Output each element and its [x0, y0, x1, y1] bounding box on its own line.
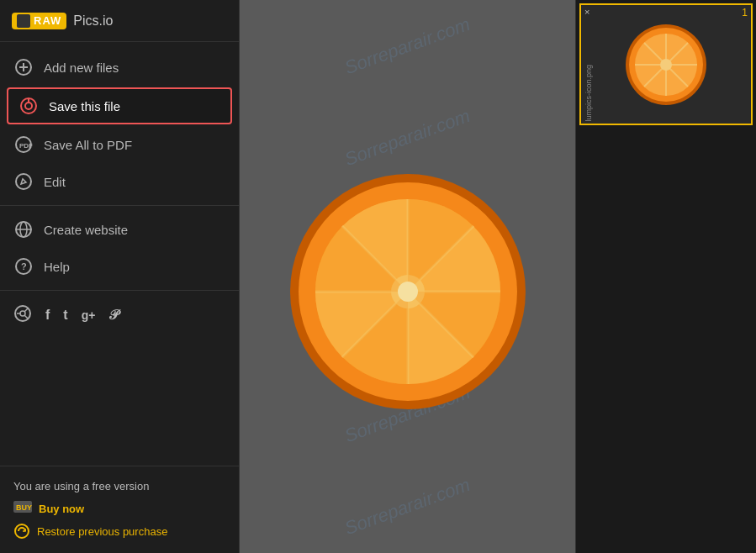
thumbnail-orange-svg — [624, 23, 708, 107]
googleplus-icon[interactable]: g+ — [82, 308, 96, 322]
orange-illustration — [286, 170, 530, 417]
thumbnail-filename: lumpics-icon.png — [584, 65, 593, 122]
sidebar-item-edit[interactable]: Edit — [0, 163, 239, 200]
sidebar-item-save-file[interactable]: Save this file — [7, 87, 232, 124]
orange-svg — [286, 170, 530, 413]
svg-text:?: ? — [21, 261, 27, 271]
social-row: f t g+ 𝒫 — [0, 296, 239, 334]
watermark-2: Sorreparair.com — [341, 105, 473, 171]
watermark-1: Sorreparair.com — [341, 13, 473, 79]
free-version-text: You are using a free version — [13, 480, 225, 492]
add-files-label: Add new files — [44, 61, 119, 75]
create-website-label: Create website — [44, 223, 128, 237]
buy-now-label: Buy now — [39, 503, 84, 515]
svg-line-17 — [24, 315, 28, 319]
sidebar-menu: Add new files Save this file — [0, 42, 239, 466]
save-pdf-label: Save All to PDF — [44, 138, 132, 152]
save-file-label: Save this file — [49, 99, 120, 113]
svg-point-21 — [15, 524, 29, 538]
sidebar-footer: You are using a free version BUY Buy now… — [0, 466, 239, 553]
buy-now-button[interactable]: BUY Buy now — [13, 501, 225, 516]
thumbnail-number: 1 — [742, 7, 748, 18]
sidebar-item-create-website[interactable]: Create website — [0, 211, 239, 248]
thumbnail-close-button[interactable]: × — [584, 7, 589, 17]
sidebar-item-add-files[interactable]: Add new files — [0, 49, 239, 86]
svg-point-30 — [398, 282, 418, 302]
svg-point-4 — [25, 103, 32, 109]
edit-icon — [13, 171, 34, 192]
right-panel: × 1 lumpics-icon.png — [575, 0, 756, 553]
pdf-icon: PDF — [13, 134, 34, 155]
sidebar-item-save-pdf[interactable]: PDF Save All to PDF — [0, 126, 239, 163]
main-content-area: Sorreparair.com Sorreparair.com Sorrepar… — [240, 0, 575, 553]
plus-circle-icon — [13, 57, 34, 77]
menu-divider-1 — [0, 205, 239, 206]
svg-text:BUY: BUY — [16, 503, 32, 512]
thumbnail-area: × 1 lumpics-icon.png — [579, 3, 753, 125]
svg-text:PDF: PDF — [19, 142, 33, 150]
edit-label: Edit — [44, 175, 66, 189]
logo-film-icon — [17, 14, 30, 28]
svg-line-16 — [24, 308, 28, 312]
tumblr-icon[interactable]: t — [63, 308, 67, 323]
svg-point-8 — [16, 174, 31, 189]
globe-icon — [13, 219, 34, 240]
help-label: Help — [44, 260, 70, 274]
facebook-icon[interactable]: f — [45, 308, 50, 323]
save-icon — [19, 96, 39, 116]
sidebar-header: RAW Pics.io — [0, 0, 239, 42]
sidebar-item-help[interactable]: ? Help — [0, 248, 239, 285]
pinterest-icon[interactable]: 𝒫 — [108, 308, 118, 323]
menu-divider-2 — [0, 290, 239, 291]
logo-raw-text: RAW — [34, 14, 61, 27]
restore-icon — [13, 523, 30, 540]
app-name: Pics.io — [73, 13, 113, 29]
cart-icon: BUY — [13, 501, 32, 516]
restore-label: Restore previous purchase — [37, 525, 167, 538]
sidebar: RAW Pics.io Add new files — [0, 0, 240, 553]
help-icon: ? — [13, 256, 34, 276]
logo-badge: RAW — [12, 13, 66, 29]
restore-purchase-button[interactable]: Restore previous purchase — [13, 523, 225, 540]
share-icon — [13, 304, 32, 326]
watermark-6: Sorreparair.com — [341, 474, 473, 540]
